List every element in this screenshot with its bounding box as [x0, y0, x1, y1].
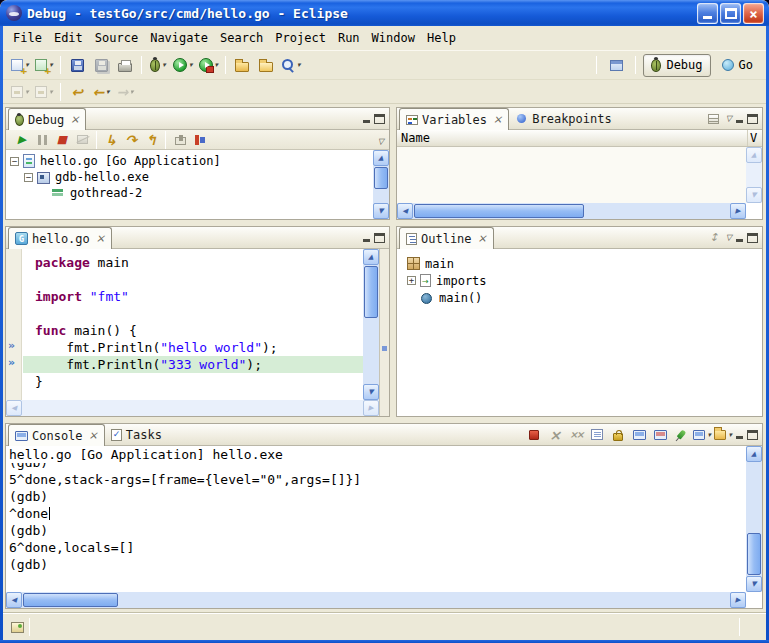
back-button[interactable]: ←▾ [89, 81, 113, 103]
editor-vertical-scrollbar[interactable]: ▲ ▼ [363, 249, 379, 400]
value-column-header[interactable]: V [748, 130, 762, 146]
code-line[interactable]: func main() { [35, 322, 363, 339]
scrollbar-track[interactable] [22, 400, 363, 416]
view-menu-icon[interactable]: ▽ [726, 114, 732, 123]
editor-overview-ruler[interactable] [379, 249, 389, 416]
chevron-down-icon[interactable]: ▾ [297, 61, 301, 69]
collapse-all-button[interactable] [705, 110, 723, 128]
menu-item-source[interactable]: Source [89, 28, 144, 48]
external-tools-button[interactable]: ▾ [196, 54, 222, 76]
minimize-view-icon[interactable] [735, 114, 744, 123]
scrollbar-thumb[interactable] [747, 533, 761, 575]
close-tab-icon[interactable]: × [493, 114, 502, 125]
maximize-view-icon[interactable] [374, 233, 385, 243]
scrollbar-track[interactable] [746, 163, 762, 187]
variables-vertical-scrollbar[interactable]: ▲ ▼ [746, 147, 762, 203]
scroll-up-button[interactable]: ▲ [363, 249, 379, 265]
print-button[interactable] [113, 54, 137, 76]
code-line[interactable]: package main [35, 254, 363, 271]
save-button[interactable] [65, 54, 89, 76]
chevron-down-icon[interactable]: ▾ [49, 88, 53, 96]
scroll-left-button[interactable]: ◀ [6, 592, 22, 608]
code-line[interactable]: } [35, 373, 363, 390]
menu-item-window[interactable]: Window [366, 28, 421, 48]
scroll-left-button[interactable]: ◀ [397, 203, 413, 219]
scroll-down-button[interactable]: ▼ [363, 384, 379, 400]
console-horizontal-scrollbar[interactable]: ◀ ▶ [6, 592, 746, 608]
chevron-down-icon[interactable]: ▾ [130, 88, 134, 96]
scroll-up-button[interactable]: ▲ [373, 150, 389, 166]
step-return-button[interactable]: ↰ [141, 131, 161, 149]
save-all-button[interactable] [89, 54, 113, 76]
maximize-view-icon[interactable] [747, 430, 758, 440]
scrollbar-thumb[interactable] [23, 593, 118, 607]
scrollbar-track[interactable] [22, 592, 730, 608]
menu-item-edit[interactable]: Edit [48, 28, 89, 48]
close-tab-icon[interactable]: × [89, 430, 98, 441]
maximize-view-icon[interactable] [747, 233, 758, 243]
console-vertical-scrollbar[interactable]: ▲ ▼ [746, 446, 762, 592]
resume-button[interactable]: ▶ [12, 131, 32, 149]
tab-outline[interactable]: Outline × [399, 227, 494, 249]
console-output[interactable]: (gdb) 5^done,stack-args=[frame={level="0… [6, 463, 746, 592]
tree-item-imports[interactable]: +imports [403, 272, 746, 289]
scroll-left-button[interactable]: ◀ [6, 400, 22, 416]
terminate-button[interactable]: ■ [52, 131, 72, 149]
menu-item-search[interactable]: Search [214, 28, 269, 48]
scrollbar-thumb[interactable] [414, 204, 584, 218]
variables-table[interactable] [397, 147, 746, 203]
menu-item-file[interactable]: File [7, 28, 48, 48]
debug-vertical-scrollbar[interactable]: ▲ ▼ [373, 150, 389, 219]
minimize-view-icon[interactable] [362, 233, 371, 242]
open-perspective-button[interactable] [604, 54, 628, 76]
menu-item-navigate[interactable]: Navigate [144, 28, 214, 48]
chevron-down-icon[interactable]: ▾ [707, 431, 711, 439]
tab-tasks[interactable]: Tasks [105, 424, 168, 445]
chevron-down-icon[interactable]: ▾ [728, 431, 732, 439]
tree-item-main[interactable]: main [403, 255, 746, 272]
perspective-go-button[interactable]: Go [714, 54, 761, 77]
next-annotation-button[interactable]: ▾ [8, 81, 32, 103]
titlebar[interactable]: Debug - testGo/src/cmd/hello.go - Eclips… [0, 0, 769, 26]
collapse-icon[interactable]: − [10, 157, 19, 166]
new-go-element-button[interactable]: ▾ [32, 54, 56, 76]
chevron-down-icon[interactable]: ▾ [25, 88, 29, 96]
chevron-down-icon[interactable]: ▾ [162, 61, 166, 69]
debug-launch-button[interactable]: ▾ [146, 54, 170, 76]
scrollbar-thumb[interactable] [364, 266, 378, 318]
scrollbar-thumb[interactable] [374, 167, 388, 189]
drop-to-frame-button[interactable] [170, 131, 190, 149]
scroll-right-button[interactable]: ▶ [730, 592, 746, 608]
tab-debug[interactable]: Debug × [8, 108, 86, 130]
close-tab-icon[interactable]: × [478, 233, 487, 244]
pin-console-button[interactable] [672, 426, 690, 444]
scroll-up-button[interactable]: ▲ [746, 446, 762, 462]
open-console-button[interactable]: ▾ [714, 426, 732, 444]
expand-icon[interactable]: + [407, 276, 416, 285]
remove-all-launches-button[interactable]: ×× [567, 426, 585, 444]
tree-item-hello-go-go-application[interactable]: −hello.go [Go Application] [6, 153, 373, 169]
sort-button[interactable]: ↕ [705, 229, 723, 247]
scrollbar-track[interactable] [373, 166, 389, 203]
view-menu-icon[interactable]: ▽ [378, 137, 384, 146]
code-line[interactable] [35, 305, 363, 322]
name-column-header[interactable]: Name [397, 130, 748, 146]
scroll-right-button[interactable]: ▶ [363, 400, 379, 416]
use-step-filters-button[interactable] [190, 131, 210, 149]
scroll-lock-button[interactable] [609, 426, 627, 444]
open-file-button[interactable] [254, 54, 278, 76]
code-area[interactable]: package main import "fmt" func main() { … [23, 249, 363, 400]
show-stdout-button[interactable] [630, 426, 648, 444]
close-tab-icon[interactable]: × [96, 233, 105, 244]
close-tab-icon[interactable]: × [70, 114, 79, 125]
maximize-button[interactable] [720, 3, 741, 24]
remove-launch-button[interactable]: × [546, 426, 564, 444]
minimize-view-icon[interactable] [735, 430, 744, 439]
chevron-down-icon[interactable]: ▾ [106, 88, 110, 96]
search-button[interactable]: ▾ [278, 54, 304, 76]
editor-horizontal-scrollbar[interactable]: ◀ ▶ [6, 400, 379, 416]
code-line[interactable]: import "fmt" [35, 288, 363, 305]
code-line[interactable] [35, 271, 363, 288]
tab-console[interactable]: Console × [8, 424, 105, 446]
scrollbar-track[interactable] [413, 203, 730, 219]
